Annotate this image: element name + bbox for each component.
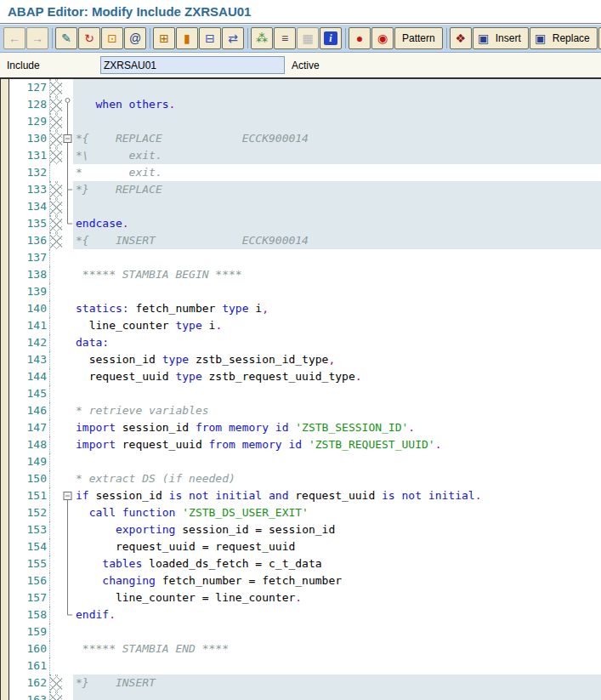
line-number[interactable]: 129	[9, 113, 50, 130]
code-text[interactable]: request_uuid = request_uuid	[73, 538, 601, 555]
line-number[interactable]: 159	[9, 623, 50, 640]
line-number[interactable]: 163	[9, 691, 50, 700]
code-text[interactable]: import request_uuid from memory id 'ZSTB…	[73, 436, 601, 453]
code-text[interactable]: when others.	[73, 96, 601, 113]
code-line[interactable]: 154 request_uuid = request_uuid	[9, 538, 601, 555]
forward-button[interactable]: →	[26, 27, 48, 49]
line-number[interactable]: 136	[9, 232, 50, 249]
code-line[interactable]: 157 line_counter = line_counter.	[9, 589, 601, 606]
code-line[interactable]: 129	[9, 113, 601, 130]
code-text[interactable]	[73, 79, 601, 96]
code-line[interactable]: 148import request_uuid from memory id 'Z…	[9, 436, 601, 453]
code-text[interactable]: data:	[73, 334, 601, 351]
code-line[interactable]: 158endif.	[9, 606, 601, 623]
line-number[interactable]: 161	[9, 657, 50, 674]
code-line[interactable]: 160 ***** STAMBIA END ****	[9, 640, 601, 657]
code-text[interactable]: call function 'ZSTB_DS_USER_EXIT'	[73, 504, 601, 521]
code-line[interactable]: 143 session_id type zstb_session_id_type…	[9, 351, 601, 368]
line-number[interactable]: 154	[9, 538, 50, 555]
line-number[interactable]: 150	[9, 470, 50, 487]
code-text[interactable]: *{ INSERT ECCK900014	[73, 232, 601, 249]
code-line[interactable]: 153 exporting session_id = session_id	[9, 521, 601, 538]
line-number[interactable]: 147	[9, 419, 50, 436]
line-number[interactable]: 157	[9, 589, 50, 606]
code-line[interactable]: 150* extract DS (if needed)	[9, 470, 601, 487]
code-text[interactable]	[73, 691, 601, 700]
fold-marker-boxstart[interactable]	[62, 487, 73, 504]
code-line[interactable]: 133*} REPLACE	[9, 181, 601, 198]
line-number[interactable]: 133	[9, 181, 50, 198]
code-line[interactable]: 151if session_id is not initial and requ…	[9, 487, 601, 504]
table-button[interactable]: ▦	[297, 27, 319, 49]
line-number[interactable]: 143	[9, 351, 50, 368]
code-text[interactable]	[73, 113, 601, 130]
code-line[interactable]: 131*\ exit.	[9, 147, 601, 164]
insert-button[interactable]: ▣Insert	[473, 27, 529, 49]
syntax-check-torch-button[interactable]: ▮	[176, 27, 198, 49]
line-number[interactable]: 156	[9, 572, 50, 589]
code-line[interactable]: 139	[9, 283, 601, 300]
code-line[interactable]: 162*} INSERT	[9, 674, 601, 691]
line-number[interactable]: 132	[9, 164, 50, 181]
line-number[interactable]: 145	[9, 385, 50, 402]
line-number[interactable]: 128	[9, 96, 50, 113]
code-line[interactable]: 135endcase.	[9, 215, 601, 232]
object-list-button[interactable]: ⁂	[251, 27, 273, 49]
line-number[interactable]: 142	[9, 334, 50, 351]
code-text[interactable]: line_counter = line_counter.	[73, 589, 601, 606]
line-number[interactable]: 149	[9, 453, 50, 470]
code-line[interactable]: 152 call function 'ZSTB_DS_USER_EXIT'	[9, 504, 601, 521]
code-text[interactable]	[73, 385, 601, 402]
code-text[interactable]: *{ REPLACE ECCK900014	[73, 130, 601, 147]
code-line[interactable]: 144 request_uuid type zstb_request_uuid_…	[9, 368, 601, 385]
code-text[interactable]: *} INSERT	[73, 674, 601, 691]
code-text[interactable]: * retrieve variables	[73, 402, 601, 419]
code-line[interactable]: 142data:	[9, 334, 601, 351]
session-breakpoint-button[interactable]: ◉	[371, 27, 394, 49]
print-button[interactable]: ≡	[274, 27, 296, 49]
code-line[interactable]: 132* exit.	[9, 164, 601, 181]
refresh-button[interactable]: ↻	[78, 27, 100, 49]
code-line[interactable]: 140statics: fetch_number type i,	[9, 300, 601, 317]
navigation-button[interactable]: ⇄	[222, 27, 244, 49]
line-number[interactable]: 158	[9, 606, 50, 623]
code-text[interactable]: *} REPLACE	[73, 181, 601, 198]
code-text[interactable]: endif.	[73, 606, 601, 623]
line-number[interactable]: 160	[9, 640, 50, 657]
code-line[interactable]: 163	[9, 691, 601, 700]
code-line[interactable]: 146* retrieve variables	[9, 402, 601, 419]
code-text[interactable]: * exit.	[73, 164, 601, 181]
code-text[interactable]: statics: fetch_number type i,	[73, 300, 601, 317]
code-text[interactable]: import session_id from memory id 'ZSTB_S…	[73, 419, 601, 436]
code-line[interactable]: 141 line_counter type i.	[9, 317, 601, 334]
code-line[interactable]: 156 changing fetch_number = fetch_number	[9, 572, 601, 589]
code-line[interactable]: 159	[9, 623, 601, 640]
line-number[interactable]: 139	[9, 283, 50, 300]
copy-button[interactable]: ⊡	[101, 27, 123, 49]
code-line[interactable]: 128 when others.	[9, 96, 601, 113]
code-text[interactable]: exporting session_id = session_id	[73, 521, 601, 538]
activate-button[interactable]: @	[124, 27, 146, 49]
code-line[interactable]: 161	[9, 657, 601, 674]
breakpoint-button[interactable]: ●	[349, 27, 371, 49]
code-line[interactable]: 136*{ INSERT ECCK900014	[9, 232, 601, 249]
line-number[interactable]: 152	[9, 504, 50, 521]
code-text[interactable]	[73, 198, 601, 215]
code-line[interactable]: 137	[9, 249, 601, 266]
code-text[interactable]: endcase.	[73, 215, 601, 232]
code-line[interactable]: 149	[9, 453, 601, 470]
code-text[interactable]	[73, 623, 601, 640]
code-text[interactable]: ***** STAMBIA END ****	[73, 640, 601, 657]
line-number[interactable]: 138	[9, 266, 50, 283]
code-text[interactable]: line_counter type i.	[73, 317, 601, 334]
display-change-button[interactable]: ✎	[55, 27, 77, 49]
line-number[interactable]: 146	[9, 402, 50, 419]
code-line[interactable]: 134	[9, 198, 601, 215]
modification-overview-button[interactable]: ❖	[450, 27, 472, 49]
code-text[interactable]: request_uuid type zstb_request_uuid_type…	[73, 368, 601, 385]
back-button[interactable]: ←	[3, 27, 26, 49]
replace-button[interactable]: ▣Replace	[530, 27, 598, 49]
info-button[interactable]: i	[320, 27, 342, 49]
code-line[interactable]: 130*{ REPLACE ECCK900014	[9, 130, 601, 147]
code-text[interactable]	[73, 283, 601, 300]
